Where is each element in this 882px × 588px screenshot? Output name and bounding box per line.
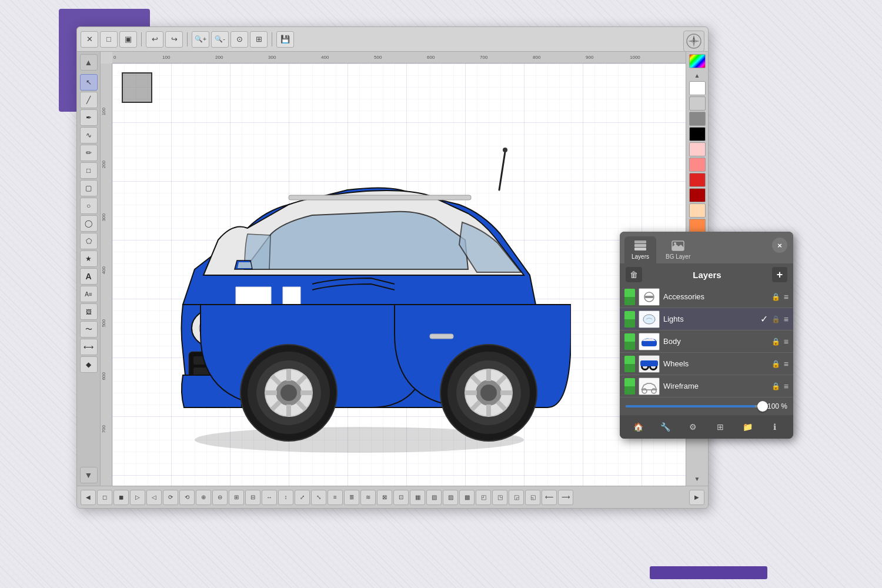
canvas-content[interactable] bbox=[112, 64, 686, 486]
layers-stack-button[interactable]: ⊞ bbox=[711, 419, 729, 435]
color-white[interactable] bbox=[689, 81, 706, 95]
layer-menu-lights[interactable]: ≡ bbox=[784, 315, 789, 324]
zoom-actual-button[interactable]: ⊞ bbox=[250, 31, 268, 48]
bottom-tool-16[interactable]: ≣ bbox=[344, 490, 359, 505]
colors-scroll-up[interactable]: ▲ bbox=[689, 71, 706, 80]
bottom-nav-left[interactable]: ◀ bbox=[81, 490, 96, 505]
tool-node[interactable]: ◆ bbox=[80, 356, 98, 373]
layer-visibility-wireframe[interactable] bbox=[624, 378, 635, 395]
tool-select[interactable]: ↖ bbox=[80, 74, 98, 91]
layer-body[interactable]: Body 🔒 ≡ bbox=[620, 330, 793, 353]
canvas-area[interactable]: 0 100 200 300 400 500 600 700 800 900 10… bbox=[101, 52, 686, 486]
layers-add-button[interactable]: + bbox=[772, 267, 787, 282]
tool-text[interactable]: A bbox=[80, 268, 98, 285]
tool-freehand[interactable]: 〜 bbox=[80, 321, 98, 338]
bottom-tool-3[interactable]: ▷ bbox=[130, 490, 145, 505]
tool-bezier[interactable]: ∿ bbox=[80, 127, 98, 143]
layers-settings-button[interactable]: ⚙ bbox=[684, 419, 701, 435]
bottom-tool-21[interactable]: ▧ bbox=[426, 490, 442, 505]
zoom-out-button[interactable]: 🔍- bbox=[211, 31, 229, 48]
color-gray[interactable] bbox=[689, 112, 706, 126]
copy-button[interactable]: □ bbox=[100, 31, 118, 48]
color-pink-light[interactable] bbox=[689, 142, 706, 156]
layer-visibility-body[interactable] bbox=[624, 333, 635, 350]
bottom-tool-14[interactable]: ⤡ bbox=[311, 490, 326, 505]
layer-wireframe[interactable]: Wireframe 🔒 ≡ bbox=[620, 375, 793, 397]
bottom-tool-29[interactable]: ⟶ bbox=[558, 490, 573, 505]
bottom-tool-2[interactable]: ◼ bbox=[113, 490, 129, 505]
bottom-tool-20[interactable]: ▦ bbox=[410, 490, 425, 505]
bottom-tool-15[interactable]: ≡ bbox=[328, 490, 343, 505]
tool-rect-rounded[interactable]: ▢ bbox=[80, 180, 98, 196]
bottom-tool-5[interactable]: ⟳ bbox=[163, 490, 178, 505]
color-pink[interactable] bbox=[689, 158, 706, 172]
bottom-tool-11[interactable]: ↔ bbox=[262, 490, 277, 505]
bottom-nav-right[interactable]: ▶ bbox=[689, 490, 704, 505]
layers-folder-button[interactable]: 📁 bbox=[739, 419, 756, 435]
layer-visibility-lights[interactable] bbox=[624, 311, 635, 328]
layer-visibility-accessories[interactable] bbox=[624, 289, 635, 305]
close-button[interactable]: ✕ bbox=[81, 31, 98, 48]
bottom-tool-26[interactable]: ◲ bbox=[509, 490, 524, 505]
layers-info-button[interactable]: ℹ bbox=[766, 419, 784, 435]
scroll-down-button[interactable]: ▼ bbox=[80, 467, 98, 483]
layer-lock-wireframe[interactable]: 🔒 bbox=[771, 382, 780, 390]
bottom-tool-10[interactable]: ⊟ bbox=[245, 490, 260, 505]
redo-button[interactable]: ↪ bbox=[165, 31, 183, 48]
bottom-tool-8[interactable]: ⊖ bbox=[212, 490, 228, 505]
color-lightgray[interactable] bbox=[689, 96, 706, 111]
tool-star[interactable]: ★ bbox=[80, 250, 98, 267]
color-dark-red[interactable] bbox=[689, 188, 706, 202]
layer-visibility-wheels[interactable] bbox=[624, 356, 635, 372]
scroll-up-button[interactable]: ▲ bbox=[80, 54, 98, 71]
layer-lock-wheels[interactable]: 🔒 bbox=[771, 360, 780, 368]
bottom-tool-12[interactable]: ↕ bbox=[278, 490, 293, 505]
bottom-tool-18[interactable]: ⊠ bbox=[377, 490, 392, 505]
bottom-tool-27[interactable]: ◱ bbox=[525, 490, 540, 505]
bottom-tool-23[interactable]: ▩ bbox=[459, 490, 475, 505]
color-peach[interactable] bbox=[689, 203, 706, 218]
zoom-fit-button[interactable]: ⊙ bbox=[230, 31, 248, 48]
layer-lock-accessories[interactable]: 🔒 bbox=[771, 293, 780, 301]
layer-accessories[interactable]: Accessories 🔒 ≡ bbox=[620, 286, 793, 308]
bottom-tool-13[interactable]: ⤢ bbox=[295, 490, 310, 505]
bottom-tool-6[interactable]: ⟲ bbox=[179, 490, 195, 505]
bottom-tool-22[interactable]: ▨ bbox=[443, 490, 458, 505]
bottom-tool-19[interactable]: ⊡ bbox=[393, 490, 409, 505]
layer-lock-lights[interactable]: 🔒 bbox=[771, 315, 780, 323]
color-palette-button[interactable] bbox=[689, 54, 706, 68]
tool-ellipse[interactable]: ◯ bbox=[80, 215, 98, 232]
tool-rect[interactable]: □ bbox=[80, 162, 98, 179]
tool-measure[interactable]: ⟷ bbox=[80, 339, 98, 355]
layer-menu-wheels[interactable]: ≡ bbox=[784, 359, 789, 369]
layer-lock-body[interactable]: 🔒 bbox=[771, 338, 780, 346]
layer-menu-accessories[interactable]: ≡ bbox=[784, 292, 789, 302]
layer-menu-body[interactable]: ≡ bbox=[784, 337, 789, 346]
bottom-tool-1[interactable]: ◻ bbox=[97, 490, 112, 505]
save-button[interactable]: 💾 bbox=[276, 31, 294, 48]
opacity-slider[interactable] bbox=[626, 405, 763, 407]
layers-delete-button[interactable]: 🗑 bbox=[626, 267, 642, 282]
colors-scroll-down[interactable]: ▼ bbox=[689, 474, 706, 483]
color-black[interactable] bbox=[689, 127, 706, 141]
layers-close-button[interactable]: × bbox=[772, 238, 787, 253]
zoom-in-button[interactable]: 🔍+ bbox=[192, 31, 209, 48]
tool-pencil[interactable]: ✏ bbox=[80, 145, 98, 161]
layer-menu-wireframe[interactable]: ≡ bbox=[784, 382, 789, 391]
layer-wheels[interactable]: Wheels 🔒 ≡ bbox=[620, 353, 793, 375]
tab-bg-layer[interactable]: BG Layer bbox=[659, 236, 697, 263]
layers-home-button[interactable]: 🏠 bbox=[629, 419, 647, 435]
undo-button[interactable]: ↩ bbox=[146, 31, 163, 48]
tool-image[interactable]: 🖼 bbox=[80, 303, 98, 320]
bottom-tool-7[interactable]: ⊕ bbox=[196, 490, 211, 505]
bottom-tool-9[interactable]: ⊞ bbox=[229, 490, 244, 505]
bottom-tool-24[interactable]: ◰ bbox=[476, 490, 491, 505]
tool-line[interactable]: ╱ bbox=[80, 92, 98, 108]
bottom-tool-25[interactable]: ◳ bbox=[492, 490, 507, 505]
tool-pen[interactable]: ✒ bbox=[80, 109, 98, 126]
color-orange-light[interactable] bbox=[689, 219, 706, 233]
bottom-tool-4[interactable]: ◁ bbox=[146, 490, 162, 505]
color-red[interactable] bbox=[689, 173, 706, 187]
layers-wrench-button[interactable]: 🔧 bbox=[657, 419, 674, 435]
paste-button[interactable]: ▣ bbox=[119, 31, 137, 48]
